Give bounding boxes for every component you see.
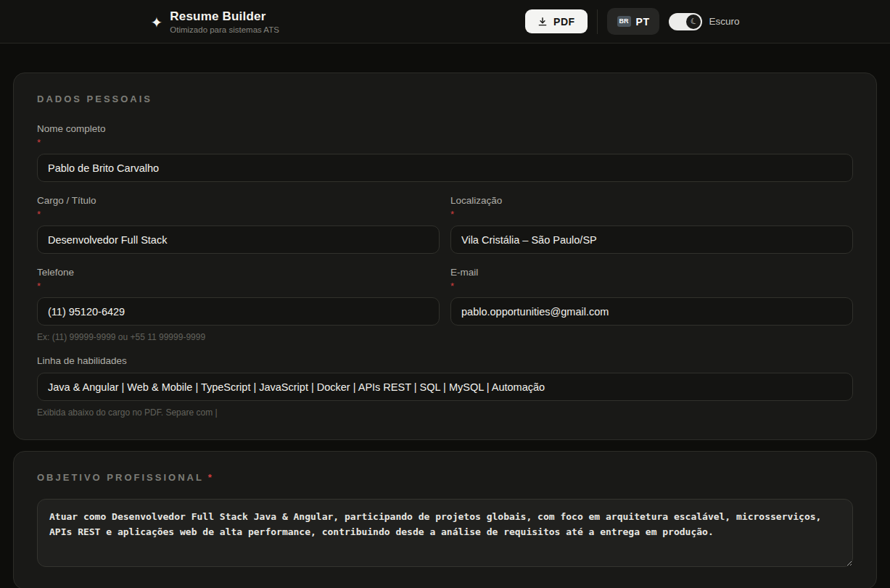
skills-line-input[interactable]: [37, 373, 853, 401]
app-header: ✦ Resume Builder Otimizado para sistemas…: [0, 0, 890, 44]
app-subtitle: Otimizado para sistemas ATS: [170, 25, 279, 34]
email-input[interactable]: [450, 297, 853, 326]
phone-input[interactable]: [37, 297, 440, 326]
moon-icon: ☾: [689, 17, 699, 27]
brand: ✦ Resume Builder Otimizado para sistemas…: [151, 9, 279, 34]
theme-toggle-group: ☾ Escuro: [669, 13, 739, 30]
personal-data-section: DADOS PESSOAIS Nome completo * Cargo / T…: [13, 73, 877, 440]
field-location: Localização *: [450, 195, 853, 254]
objective-textarea[interactable]: Atuar como Desenvolvedor Full Stack Java…: [37, 499, 853, 567]
job-title-input[interactable]: [37, 225, 440, 254]
field-email: E-mail *: [450, 267, 853, 342]
phone-helper-text: Ex: (11) 99999-9999 ou +55 11 99999-9999: [37, 332, 440, 342]
brazil-flag-icon: BR: [617, 16, 631, 27]
professional-objective-section: OBJETIVO PROFISSIONAL* Atuar como Desenv…: [13, 451, 877, 588]
full-name-input[interactable]: [37, 154, 853, 182]
app-title: Resume Builder: [170, 9, 279, 24]
sparkle-icon: ✦: [151, 15, 163, 30]
pdf-download-button[interactable]: PDF: [525, 9, 588, 33]
skills-helper-text: Exibida abaixo do cargo no PDF. Separe c…: [37, 407, 853, 418]
toggle-knob: ☾: [686, 15, 701, 29]
field-job-title: Cargo / Título *: [37, 195, 440, 254]
required-asterisk: *: [208, 472, 212, 483]
full-name-label: Nome completo: [37, 123, 853, 134]
row-phone-email: Telefone * Ex: (11) 99999-9999 ou +55 11…: [37, 267, 853, 355]
required-asterisk: *: [37, 210, 440, 219]
header-divider: [597, 9, 598, 34]
header-actions: PDF BR PT ☾ Escuro: [525, 8, 739, 35]
required-asterisk: *: [37, 281, 440, 291]
header-inner: ✦ Resume Builder Otimizado para sistemas…: [151, 0, 740, 43]
language-label: PT: [636, 16, 650, 28]
pdf-button-label: PDF: [553, 16, 575, 28]
field-full-name: Nome completo *: [37, 123, 853, 182]
field-skills-line: Linha de habilidades Exibida abaixo do c…: [37, 355, 853, 418]
language-toggle-button[interactable]: BR PT: [607, 8, 660, 35]
theme-toggle-label: Escuro: [709, 16, 739, 27]
main-content: DADOS PESSOAIS Nome completo * Cargo / T…: [0, 73, 890, 588]
phone-label: Telefone: [37, 267, 440, 278]
location-label: Localização: [450, 195, 853, 206]
field-phone: Telefone * Ex: (11) 99999-9999 ou +55 11…: [37, 267, 440, 342]
skills-line-label: Linha de habilidades: [37, 355, 853, 366]
brand-text: Resume Builder Otimizado para sistemas A…: [170, 9, 279, 34]
dark-mode-toggle[interactable]: ☾: [669, 13, 702, 30]
required-asterisk: *: [450, 281, 853, 291]
objective-section-title: OBJETIVO PROFISSIONAL*: [37, 472, 853, 483]
location-input[interactable]: [450, 225, 853, 254]
row-title-location: Cargo / Título * Localização *: [37, 195, 853, 267]
job-title-label: Cargo / Título: [37, 195, 440, 206]
objective-title-text: OBJETIVO PROFISSIONAL: [37, 472, 204, 483]
email-label: E-mail: [450, 267, 853, 278]
personal-section-title: DADOS PESSOAIS: [37, 94, 853, 104]
required-asterisk: *: [37, 138, 853, 147]
download-icon: [537, 17, 548, 27]
required-asterisk: *: [450, 210, 853, 219]
